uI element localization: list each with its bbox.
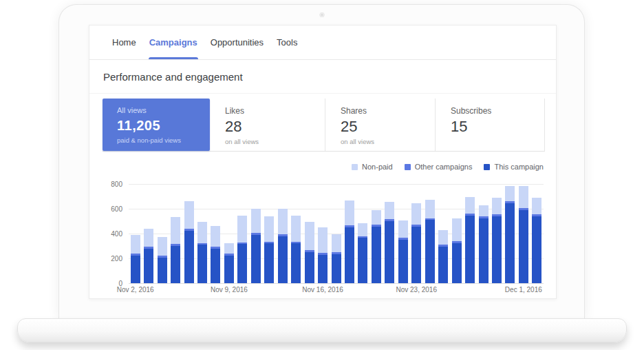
bar-segment-this-campaign (372, 227, 381, 283)
stacked-bar[interactable] (158, 237, 167, 283)
bar-segment-this-campaign (452, 243, 462, 284)
stacked-bar[interactable] (385, 202, 394, 283)
bar-segment-this-campaign (505, 203, 515, 283)
bar-segment-non-paid (251, 209, 261, 233)
stat-card-shares[interactable]: Shares25on all views (325, 99, 435, 151)
stacked-bar[interactable] (358, 223, 367, 283)
stat-subtitle: paid & non-paid views (117, 136, 210, 144)
stacked-bar[interactable] (291, 216, 301, 283)
bar-slot (142, 184, 155, 283)
stat-card-likes[interactable]: Likes28on all views (210, 99, 325, 151)
bar-segment-this-campaign (305, 252, 314, 283)
bar-segment-non-paid (385, 202, 394, 219)
stacked-bar[interactable] (184, 201, 194, 283)
bar-slot (236, 184, 249, 283)
stat-label: Likes (225, 106, 325, 116)
legend-item-other-campaigns[interactable]: Other campaigns (405, 163, 473, 171)
bar-segment-non-paid (452, 218, 462, 240)
legend-item-non-paid[interactable]: Non-paid (352, 163, 393, 171)
stacked-bar[interactable] (519, 186, 528, 283)
bar-slot (330, 184, 343, 283)
bar-slot (129, 184, 142, 283)
stacked-bar[interactable] (398, 220, 408, 283)
stacked-bar[interactable] (197, 222, 207, 283)
bar-segment-non-paid (158, 237, 167, 256)
bar-segment-non-paid (519, 186, 528, 208)
bar-segment-non-paid (411, 203, 421, 225)
chart-legend: Non-paidOther campaignsThis campaign (129, 163, 544, 171)
stacked-bar[interactable] (211, 226, 220, 283)
stacked-bar[interactable] (372, 210, 381, 283)
stat-card-all-views[interactable]: All views11,205paid & non-paid views (103, 99, 210, 151)
laptop-screen-frame: HomeCampaignsOpportunitiesTools Performa… (58, 4, 585, 318)
bar-segment-this-campaign (345, 227, 354, 283)
bar-segment-this-campaign (332, 254, 341, 283)
tab-campaigns[interactable]: Campaigns (149, 25, 198, 59)
gridline (129, 283, 544, 284)
bar-segment-this-campaign (224, 256, 234, 284)
stacked-bar[interactable] (171, 217, 180, 283)
stacked-bar[interactable] (144, 229, 153, 283)
bar-slot (169, 184, 182, 283)
stat-card-subscribes[interactable]: Subscribes15 (435, 99, 545, 151)
stacked-bar[interactable] (452, 218, 462, 283)
app-window: HomeCampaignsOpportunitiesTools Performa… (89, 25, 557, 299)
bar-slot (263, 184, 276, 283)
stacked-bar[interactable] (465, 197, 475, 283)
bar-segment-this-campaign (251, 235, 261, 283)
stacked-bar[interactable] (251, 209, 261, 283)
tab-tools[interactable]: Tools (276, 25, 298, 59)
x-axis-tick-label: Dec 1, 2016 (505, 286, 542, 294)
stacked-bar[interactable] (425, 200, 435, 283)
bar-segment-this-campaign (519, 210, 528, 283)
stacked-bar[interactable] (479, 205, 489, 283)
stacked-bar[interactable] (318, 227, 328, 283)
stacked-bar[interactable] (224, 243, 234, 283)
tab-home[interactable]: Home (111, 25, 137, 59)
bar-slot (436, 184, 449, 283)
stacked-bar[interactable] (278, 209, 288, 283)
bar-slot (195, 184, 208, 283)
bar-slot (410, 184, 423, 283)
stacked-bar[interactable] (532, 198, 541, 283)
webcam-icon (319, 12, 324, 17)
stacked-bar[interactable] (131, 235, 140, 283)
bar-segment-non-paid (224, 243, 234, 254)
bar-segment-this-campaign (398, 240, 408, 283)
bar-segment-non-paid (358, 223, 367, 236)
stacked-bar[interactable] (492, 198, 502, 283)
stacked-bar[interactable] (438, 230, 448, 283)
bar-segment-this-campaign (291, 243, 301, 283)
stacked-bar[interactable] (411, 203, 421, 283)
bar-segment-this-campaign (197, 245, 207, 283)
y-axis-tick-label: 800 (99, 181, 122, 188)
tab-opportunities[interactable]: Opportunities (210, 25, 264, 59)
stacked-bar[interactable] (305, 222, 314, 283)
x-axis-tick-label: Nov 16, 2016 (302, 286, 343, 294)
bar-segment-non-paid (184, 201, 194, 229)
bar-segment-this-campaign (532, 216, 541, 283)
stat-value: 28 (225, 119, 325, 135)
laptop-mockup: HomeCampaignsOpportunitiesTools Performa… (0, 0, 644, 350)
bar-segment-this-campaign (184, 231, 194, 284)
bar-segment-this-campaign (237, 244, 247, 283)
bar-slot (396, 184, 409, 283)
x-axis-tick-label: Nov 2, 2016 (117, 286, 154, 294)
stat-label: Shares (341, 106, 435, 116)
stacked-bar[interactable] (264, 216, 274, 283)
bar-slot (463, 184, 476, 283)
bar-segment-non-paid (131, 235, 140, 254)
bar-segment-this-campaign (358, 238, 367, 283)
bar-segment-this-campaign (144, 249, 153, 283)
stacked-bar[interactable] (237, 216, 247, 283)
bar-segment-non-paid (171, 217, 180, 245)
stacked-bar[interactable] (505, 186, 515, 283)
legend-item-this-campaign[interactable]: This campaign (484, 163, 544, 171)
bar-segment-this-campaign (158, 258, 167, 283)
stacked-bar[interactable] (345, 200, 354, 283)
y-axis-tick-label: 400 (99, 230, 122, 238)
bar-slot (249, 184, 262, 283)
stacked-bar[interactable] (332, 234, 341, 283)
bar-segment-this-campaign (438, 247, 448, 283)
bar-segment-non-paid (492, 198, 502, 214)
